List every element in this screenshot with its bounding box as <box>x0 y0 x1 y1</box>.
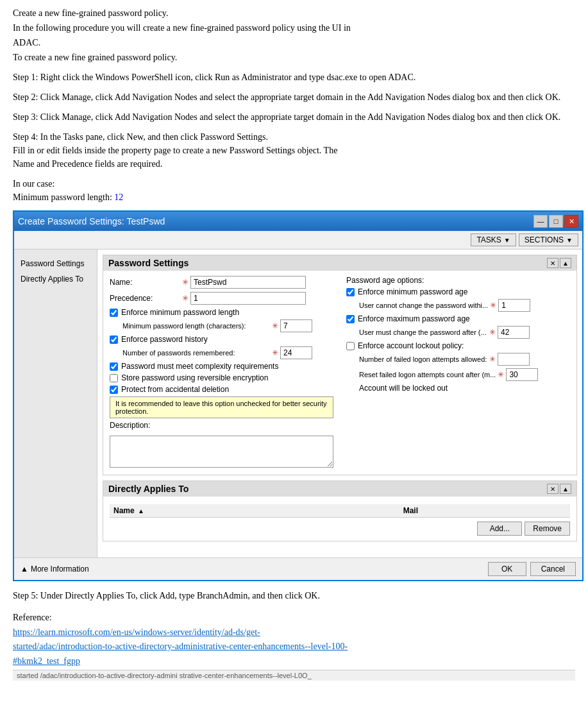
directly-applies-controls: ✕ ▲ <box>547 484 571 494</box>
enforce-history-row: Enforce password history <box>110 335 333 344</box>
col-mail-label: Mail <box>403 506 418 515</box>
step4-line1: Step 4: In the Tasks pane, click New, an… <box>13 130 575 144</box>
enforce-min-age-row: Enforce minimum password age <box>346 287 570 296</box>
sidebar-item-password-settings[interactable]: Password Settings <box>14 256 97 271</box>
section-header-controls: ✕ ▲ <box>547 258 571 268</box>
dialog-title: Create Password Settings: TestPswd <box>18 216 165 226</box>
in-our-case-minlength: Minimum password length: 12 <box>13 191 575 204</box>
enforce-history-checkbox[interactable] <box>110 336 118 344</box>
more-info-button[interactable]: ▲ More Information <box>21 565 89 574</box>
section-collapse-icon[interactable]: ▲ <box>560 258 571 268</box>
precedence-row: Precedence: ✳ <box>110 292 333 305</box>
enforce-lockout-label: Enforce account lockout policy: <box>358 341 464 350</box>
reference-url-line3: #bkmk2_test_fgpp <box>13 656 80 666</box>
dialog-toolbar: TASKS ▼ SECTIONS ▼ <box>14 231 582 250</box>
enforce-history-label: Enforce password history <box>121 335 208 344</box>
reversible-checkbox[interactable] <box>110 374 118 382</box>
tasks-arrow-icon: ▼ <box>504 237 510 244</box>
name-label: Name: <box>110 278 180 287</box>
dialog-body: Password Settings Directly Applies To Pa… <box>14 250 582 557</box>
failed-attempts-sub-row: Number of failed logon attempts allowed:… <box>359 353 570 366</box>
settings-right-col: Password age options: Enforce minimum pa… <box>346 276 570 470</box>
status-bar-text: started /adac/introduction-to-active-dir… <box>17 672 312 679</box>
col-name-label: Name <box>113 506 135 515</box>
protect-deletion-checkbox[interactable] <box>110 386 118 394</box>
directly-applies-collapse-icon[interactable]: ▲ <box>560 484 571 494</box>
min-age-required-star: ✳ <box>490 301 496 310</box>
minlength-label: Minimum password length: <box>13 192 112 202</box>
sections-button[interactable]: SECTIONS ▼ <box>519 234 578 246</box>
reference-text: Reference: https://learn.microsoft.com/e… <box>13 611 575 668</box>
tooltip-text: It is recommended to leave this option u… <box>115 400 327 415</box>
num-passwords-input[interactable] <box>280 346 312 359</box>
precedence-label: Precedence: <box>110 294 180 303</box>
reset-input[interactable] <box>506 368 538 381</box>
section-close-icon[interactable]: ✕ <box>547 258 559 268</box>
locked-out-row: Account will be locked out <box>359 384 570 393</box>
min-length-sub-row: Minimum password length (characters): ✳ <box>122 319 333 332</box>
step3-block: Step 3: Click Manage, click Add Navigati… <box>13 110 575 124</box>
precedence-input[interactable] <box>190 292 306 305</box>
intro-line3: ADAC. <box>13 36 575 49</box>
complexity-row: Password must meet complexity requiremen… <box>110 362 333 371</box>
remove-button[interactable]: Remove <box>525 522 570 536</box>
password-settings-body: Name: ✳ Precedence: ✳ <box>103 271 576 475</box>
max-age-input[interactable] <box>498 326 530 339</box>
reversible-label: Store password using reversible encrypti… <box>121 373 268 382</box>
num-passwords-sub-row: Number of passwords remembered: ✳ <box>122 346 333 359</box>
status-bar: started /adac/introduction-to-active-dir… <box>13 670 575 681</box>
name-required-star: ✳ <box>182 278 189 287</box>
enforce-max-age-checkbox[interactable] <box>346 315 355 323</box>
enforce-min-length-checkbox[interactable] <box>110 309 118 317</box>
enforce-lockout-checkbox[interactable] <box>346 342 355 350</box>
reset-label: Reset failed logon attempts count after … <box>359 371 496 378</box>
password-settings-title: Password Settings <box>108 258 189 268</box>
dialog-titlebar: Create Password Settings: TestPswd — □ ✕ <box>14 212 582 231</box>
footer-action-buttons: OK Cancel <box>488 562 576 576</box>
col-mail-header[interactable]: Mail <box>399 504 570 518</box>
more-info-arrow-icon: ▲ <box>21 565 28 574</box>
min-age-input[interactable] <box>498 299 530 312</box>
enforce-max-age-row: Enforce maximum password age <box>346 314 570 323</box>
directly-applies-close-icon[interactable]: ✕ <box>547 484 559 494</box>
min-length-label: Minimum password length (characters): <box>122 322 270 330</box>
reset-required-star: ✳ <box>498 370 504 379</box>
close-button[interactable]: ✕ <box>564 215 578 228</box>
reference-link[interactable]: https://learn.microsoft.com/en-us/window… <box>13 627 348 666</box>
failed-attempts-required-star: ✳ <box>489 355 496 364</box>
add-button[interactable]: Add... <box>477 522 522 536</box>
enforce-min-age-checkbox[interactable] <box>346 288 355 296</box>
reference-label: Reference: <box>13 613 52 622</box>
description-input[interactable] <box>110 436 333 468</box>
titlebar-controls: — □ ✕ <box>533 215 578 228</box>
cancel-button[interactable]: Cancel <box>530 562 576 576</box>
num-passwords-required-star: ✳ <box>272 348 278 357</box>
reference-url-line1: https://learn.microsoft.com/en-us/window… <box>13 627 260 637</box>
name-input[interactable] <box>190 276 306 289</box>
table-action-row: Add... Remove <box>110 522 570 536</box>
maximize-button[interactable]: □ <box>549 215 563 228</box>
ok-button[interactable]: OK <box>488 562 526 576</box>
complexity-checkbox[interactable] <box>110 362 118 371</box>
failed-attempts-input[interactable] <box>498 353 530 366</box>
precedence-required-star: ✳ <box>182 294 189 303</box>
settings-two-col: Name: ✳ Precedence: ✳ <box>110 276 570 470</box>
directly-applies-header: Directly Applies To ✕ ▲ <box>103 481 576 497</box>
directly-applies-body: Name ▲ Mail <box>103 497 576 541</box>
step5-text: Step 5: Under Directly Applies To, click… <box>13 589 575 603</box>
intro-block: Create a new fine-grained password polic… <box>13 6 575 64</box>
directly-applies-title: Directly Applies To <box>108 484 189 494</box>
dialog-sidebar: Password Settings Directly Applies To <box>14 250 97 557</box>
step2-block: Step 2: Click Manage, click Add Navigati… <box>13 90 575 104</box>
sidebar-item-directly-applies-to[interactable]: Directly Applies To <box>14 271 97 287</box>
min-length-required-star: ✳ <box>272 321 278 330</box>
step4-block: Step 4: In the Tasks pane, click New, an… <box>13 130 575 171</box>
step3-text: Step 3: Click Manage, click Add Navigati… <box>13 110 575 124</box>
minimize-button[interactable]: — <box>533 215 548 228</box>
directly-applies-section: Directly Applies To ✕ ▲ Name ▲ <box>103 480 577 541</box>
tasks-button[interactable]: TASKS ▼ <box>471 234 516 246</box>
col-name-header[interactable]: Name ▲ <box>110 504 399 518</box>
password-settings-header: Password Settings ✕ ▲ <box>103 255 576 271</box>
min-length-input[interactable] <box>280 319 312 332</box>
dialog-main-panel: Password Settings ✕ ▲ Name: ✳ <box>97 250 582 557</box>
